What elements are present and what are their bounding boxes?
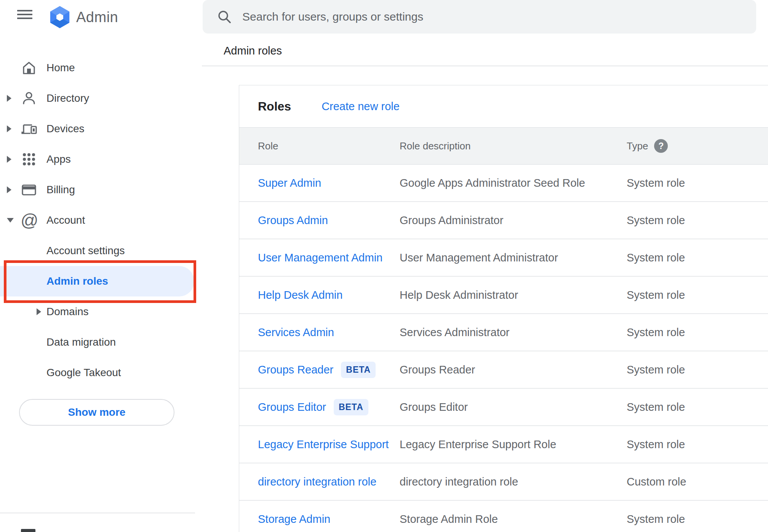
role-type: System role <box>627 289 768 301</box>
roles-table-body: Super AdminGoogle Apps Administrator See… <box>239 165 768 532</box>
role-link[interactable]: directory integration role <box>258 476 376 488</box>
sidebar-subitem-label: Domains <box>46 306 88 318</box>
role-link[interactable]: Help Desk Admin <box>258 289 342 301</box>
chevron-right-icon[interactable] <box>7 125 11 132</box>
apps-grid-icon <box>18 151 46 168</box>
column-header-description: Role description <box>400 140 627 152</box>
sidebar-subitem-domains[interactable]: Domains <box>0 296 195 327</box>
role-type: System role <box>627 252 768 264</box>
role-description: Help Desk Administrator <box>400 289 627 301</box>
beta-badge: BETA <box>341 362 376 378</box>
role-link[interactable]: Groups Reader <box>258 364 333 376</box>
column-header-role: Role <box>258 140 400 152</box>
table-row: Groups ReaderBETAGroups ReaderSystem rol… <box>239 351 768 389</box>
sidebar-subitem-account-settings[interactable]: Account settings <box>0 236 195 266</box>
role-description: Services Administrator <box>400 326 627 339</box>
table-row: Legacy Enterprise SupportLegacy Enterpri… <box>239 426 768 463</box>
table-row: Help Desk AdminHelp Desk AdministratorSy… <box>239 277 768 314</box>
admin-logo-icon <box>48 5 72 29</box>
roles-panel: Roles Create new role Role Role descript… <box>239 85 768 532</box>
table-row: Storage AdminStorage Admin RoleSystem ro… <box>239 501 768 532</box>
role-link[interactable]: Legacy Enterprise Support <box>258 438 389 451</box>
table-row: directory integration roledirectory inte… <box>239 463 768 501</box>
role-link[interactable]: User Management Admin <box>258 252 382 264</box>
at-icon: @ <box>18 212 46 229</box>
table-row: User Management AdminUser Management Adm… <box>239 239 768 277</box>
search-input[interactable] <box>242 10 756 23</box>
sidebar-item-home[interactable]: Home <box>0 53 195 83</box>
role-link[interactable]: Services Admin <box>258 326 334 339</box>
sidebar-item-label: Account <box>46 214 85 226</box>
column-header-type: Type ? <box>627 139 768 153</box>
main-content: Admin roles Roles Create new role Role R… <box>195 0 768 532</box>
role-link[interactable]: Groups Admin <box>258 214 328 227</box>
create-new-role-link[interactable]: Create new role <box>322 100 400 113</box>
role-type: System role <box>627 177 768 189</box>
sidebar-subitem-google-takeout[interactable]: Google Takeout <box>0 357 195 388</box>
devices-icon <box>18 120 46 137</box>
breadcrumb: Admin roles <box>224 45 282 57</box>
role-description: Groups Administrator <box>400 214 627 227</box>
role-type: System role <box>627 438 768 451</box>
role-description: Groups Editor <box>400 401 627 413</box>
sidebar-item-devices[interactable]: Devices <box>0 114 195 144</box>
role-link[interactable]: Storage Admin <box>258 513 330 526</box>
question-mark-icon[interactable]: ? <box>654 139 668 153</box>
role-description: Storage Admin Role <box>400 513 627 526</box>
chevron-right-icon[interactable] <box>37 308 41 315</box>
clipped-bottom-icon <box>21 529 35 532</box>
search-bar <box>203 0 756 34</box>
sidebar-subitem-data-migration[interactable]: Data migration <box>0 327 195 357</box>
sidebar-subitem-label: Google Takeout <box>46 367 121 379</box>
role-type: System role <box>627 513 768 526</box>
chevron-right-icon[interactable] <box>7 186 11 193</box>
card-icon <box>18 181 46 198</box>
role-description: directory integration role <box>400 476 627 488</box>
role-description: Legacy Enterprise Support Role <box>400 438 627 451</box>
chevron-right-icon[interactable] <box>7 95 11 102</box>
admin-console-screen: Admin HomeDirectoryDevicesAppsBilling@Ac… <box>0 0 768 532</box>
sidebar-header: Admin <box>0 0 195 34</box>
sidebar-item-label: Directory <box>46 92 89 104</box>
sidebar-item-label: Apps <box>46 153 71 165</box>
role-type: System role <box>627 401 768 413</box>
role-type: System role <box>627 214 768 227</box>
role-link[interactable]: Super Admin <box>258 177 321 189</box>
sidebar-divider <box>0 513 195 513</box>
role-description: User Management Administrator <box>400 252 627 264</box>
panel-title: Roles <box>258 99 291 114</box>
table-header-row: Role Role description Type ? <box>239 127 768 165</box>
sidebar-subitem-admin-roles[interactable]: Admin roles <box>0 266 194 296</box>
sidebar-nav: HomeDirectoryDevicesAppsBilling@AccountA… <box>0 53 195 388</box>
person-icon <box>18 90 46 107</box>
roles-panel-header: Roles Create new role <box>239 85 768 127</box>
table-row: Groups AdminGroups AdministratorSystem r… <box>239 202 768 239</box>
sidebar-subitem-label: Data migration <box>46 336 116 348</box>
home-icon <box>18 59 46 76</box>
role-type: System role <box>627 326 768 339</box>
beta-badge: BETA <box>334 399 368 415</box>
chevron-down-icon[interactable] <box>7 218 14 223</box>
table-row: Super AdminGoogle Apps Administrator See… <box>239 165 768 202</box>
role-type: Custom role <box>627 476 768 488</box>
sidebar-item-label: Home <box>46 62 75 74</box>
search-icon <box>217 10 232 24</box>
role-description: Google Apps Administrator Seed Role <box>400 177 627 189</box>
sidebar-item-billing[interactable]: Billing <box>0 175 195 205</box>
show-more-button[interactable]: Show more <box>19 399 174 426</box>
role-link[interactable]: Groups Editor <box>258 401 326 413</box>
sidebar-item-account[interactable]: @Account <box>0 205 195 236</box>
sidebar-item-directory[interactable]: Directory <box>0 83 195 114</box>
chevron-right-icon[interactable] <box>7 156 11 163</box>
sidebar-item-apps[interactable]: Apps <box>0 144 195 175</box>
sidebar: Admin HomeDirectoryDevicesAppsBilling@Ac… <box>0 0 195 532</box>
role-type: System role <box>627 364 768 376</box>
role-description: Groups Reader <box>400 364 627 376</box>
hamburger-menu-icon[interactable] <box>17 10 32 21</box>
app-title: Admin <box>76 0 118 34</box>
header-divider <box>202 66 768 66</box>
table-row: Services AdminServices AdministratorSyst… <box>239 314 768 351</box>
sidebar-subitem-label: Account settings <box>46 245 125 257</box>
sidebar-subitem-label: Admin roles <box>46 275 108 287</box>
table-row: Groups EditorBETAGroups EditorSystem rol… <box>239 389 768 426</box>
